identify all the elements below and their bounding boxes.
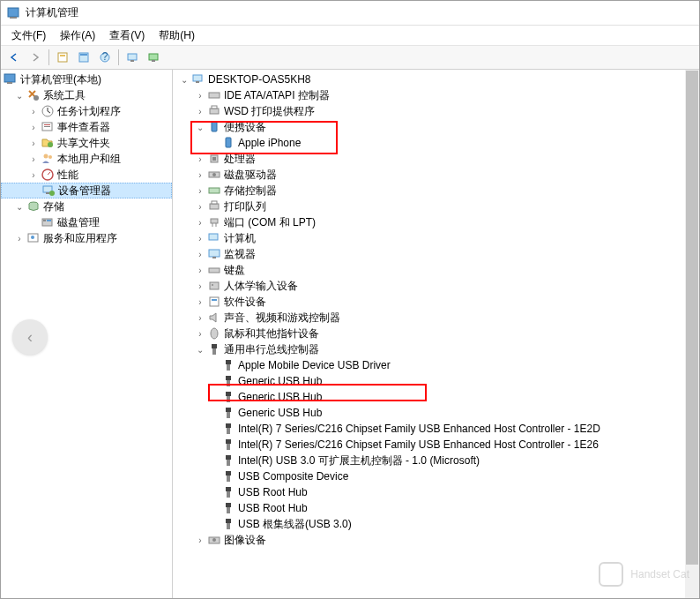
usb-ghub3[interactable]: Generic USB Hub (173, 405, 699, 421)
toolbar-separator (118, 49, 119, 65)
svg-rect-73 (227, 475, 230, 482)
tree-device-manager[interactable]: 设备管理器 (1, 183, 172, 198)
expand-icon[interactable]: › (194, 280, 206, 292)
tree-root[interactable]: 计算机管理(本地) (1, 71, 172, 87)
collapse-icon[interactable]: ⌄ (13, 89, 26, 101)
expand-icon[interactable]: › (27, 168, 40, 181)
device-diskdrive[interactable]: › 磁盘驱动器 (173, 167, 699, 183)
usb-intel3[interactable]: Intel(R) USB 3.0 可扩展主机控制器 - 1.0 (Microso… (173, 453, 699, 468)
device-imaging[interactable]: › 图像设备 (173, 532, 699, 548)
menu-file[interactable]: 文件(F) (4, 26, 53, 45)
svg-rect-79 (227, 523, 230, 529)
properties-button[interactable] (74, 48, 93, 67)
svg-rect-46 (211, 219, 218, 223)
device-ide[interactable]: › IDE ATA/ATAPI 控制器 (173, 87, 699, 103)
device-mouse[interactable]: › 鼠标和其他指针设备 (173, 326, 699, 341)
svg-rect-24 (46, 192, 49, 194)
collapse-icon[interactable]: ⌄ (194, 121, 206, 133)
expand-icon[interactable]: › (194, 200, 206, 213)
usb-ghub2[interactable]: Generic USB Hub (173, 389, 699, 405)
usb-intel1[interactable]: Intel(R) 7 Series/C216 Chipset Family US… (173, 421, 699, 437)
menu-view[interactable]: 查看(V) (102, 26, 152, 45)
expand-icon[interactable]: › (194, 105, 206, 117)
device-printqueue[interactable]: › 打印队列 (173, 198, 699, 214)
tree-local-users[interactable]: › 本地用户和组 (1, 151, 172, 167)
menu-action[interactable]: 操作(A) (53, 26, 102, 45)
scan-button[interactable] (53, 48, 72, 67)
usb-icon (221, 517, 235, 531)
device-storage-ctrl[interactable]: › 存储控制器 (173, 183, 699, 198)
usb-ghub1[interactable]: Generic USB Hub (173, 373, 699, 389)
device-hid[interactable]: › 人体学输入设备 (173, 278, 699, 294)
expand-icon[interactable]: › (194, 168, 206, 181)
expand-icon[interactable]: › (194, 534, 206, 546)
back-button[interactable] (4, 48, 24, 67)
expand-icon[interactable]: › (27, 153, 40, 165)
svg-rect-67 (227, 428, 230, 434)
tree-shared-folders[interactable]: › 共享文件夹 (1, 135, 172, 151)
device-iphone[interactable]: Apple iPhone (173, 135, 699, 151)
refresh-button[interactable] (144, 48, 163, 67)
storage-icon (26, 199, 41, 213)
usb-apple[interactable]: Apple Mobile Device USB Driver (173, 357, 699, 373)
usb-roothub1[interactable]: USB Root Hub (173, 484, 699, 500)
expand-icon[interactable]: › (27, 137, 40, 149)
collapse-icon[interactable]: ⌄ (178, 73, 190, 86)
tree-services[interactable]: › 服务和应用程序 (1, 230, 172, 246)
svg-point-25 (49, 191, 55, 196)
expand-icon[interactable]: › (194, 264, 206, 276)
tree-performance[interactable]: › 性能 (1, 167, 172, 183)
tree-storage[interactable]: ⌄ 存储 (1, 198, 172, 214)
expand-icon[interactable]: › (194, 327, 206, 340)
device-wsd[interactable]: › WSD 打印提供程序 (173, 103, 699, 119)
tree-system-tools[interactable]: ⌄ 系统工具 (1, 87, 172, 103)
expand-icon[interactable]: › (194, 216, 206, 228)
device-software[interactable]: › 软件设备 (173, 294, 699, 310)
expand-icon[interactable]: › (194, 311, 206, 324)
device-computer[interactable]: › 计算机 (173, 230, 699, 246)
device-portable[interactable]: ⌄ 便携设备 (173, 119, 699, 135)
scrollbar-vertical[interactable] (685, 70, 699, 598)
forward-button[interactable] (26, 48, 45, 67)
expand-icon[interactable]: › (27, 105, 40, 117)
usb-roothub3[interactable]: USB 根集线器(USB 3.0) (173, 516, 699, 532)
expand-icon[interactable]: › (194, 153, 206, 165)
menu-help[interactable]: 帮助(H) (152, 26, 202, 45)
device-usb-controllers[interactable]: ⌄ 通用串行总线控制器 (173, 341, 699, 357)
usb-composite[interactable]: USB Composite Device (173, 468, 699, 484)
nav-back-float-button[interactable]: ‹ (12, 319, 48, 355)
tree-event-viewer[interactable]: › 事件查看器 (1, 119, 172, 135)
svg-rect-65 (227, 412, 230, 418)
expand-icon[interactable]: › (194, 232, 206, 244)
expand-icon[interactable]: › (194, 248, 206, 260)
expand-icon[interactable]: › (194, 184, 206, 197)
device-audio[interactable]: › 声音、视频和游戏控制器 (173, 310, 699, 326)
toolbar: ? (1, 45, 699, 70)
tree-disk-mgmt[interactable]: 磁盘管理 (1, 214, 172, 230)
expand-icon[interactable]: › (194, 296, 206, 308)
tree-task-scheduler[interactable]: › 任务计划程序 (1, 103, 172, 119)
usb-icon (221, 469, 235, 483)
svg-rect-12 (4, 74, 15, 82)
device-processor[interactable]: › 处理器 (173, 151, 699, 167)
svg-rect-1 (10, 17, 17, 19)
device-icon-button[interactable] (123, 48, 142, 67)
port-icon (207, 215, 221, 229)
svg-point-55 (211, 328, 218, 339)
device-ports[interactable]: › 端口 (COM 和 LPT) (173, 214, 699, 230)
device-keyboard[interactable]: › 键盘 (173, 262, 699, 278)
device-monitor[interactable]: › 监视器 (173, 246, 699, 262)
help-button[interactable]: ? (95, 48, 115, 67)
expand-icon[interactable]: › (13, 232, 26, 244)
collapse-icon[interactable]: ⌄ (194, 343, 206, 356)
usb-roothub2[interactable]: USB Root Hub (173, 500, 699, 516)
svg-rect-17 (44, 124, 50, 125)
collapse-icon[interactable]: ⌄ (13, 200, 26, 213)
expand-icon[interactable]: › (194, 89, 206, 101)
svg-rect-57 (212, 348, 216, 355)
svg-rect-48 (209, 250, 220, 257)
device-root[interactable]: ⌄ DESKTOP-OAS5KH8 (173, 71, 699, 87)
expand-icon[interactable]: › (27, 121, 40, 133)
usb-intel2[interactable]: Intel(R) 7 Series/C216 Chipset Family US… (173, 437, 699, 453)
svg-rect-51 (210, 282, 219, 289)
